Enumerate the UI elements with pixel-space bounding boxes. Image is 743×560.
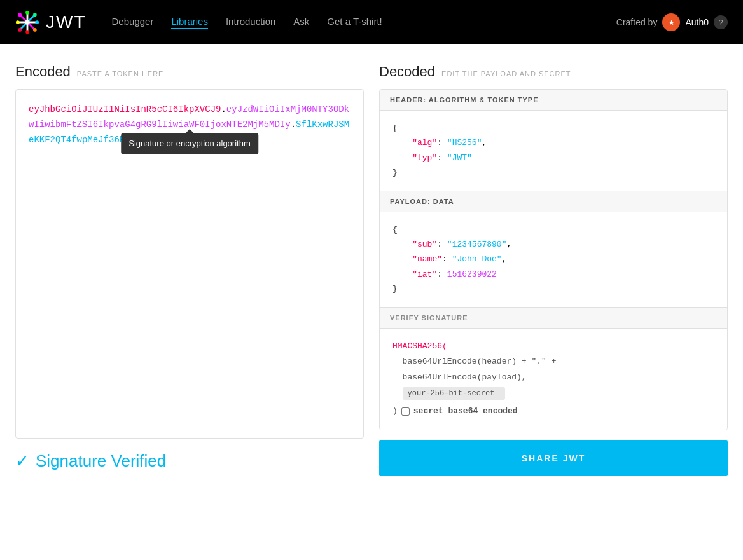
verified-text: Signature Verified [36, 451, 166, 471]
iat-key: "iat" [412, 270, 437, 279]
auth0-label: Auth0 [685, 17, 709, 27]
svg-point-7 [16, 20, 20, 24]
svg-point-5 [25, 11, 29, 15]
encoded-box[interactable]: eyJhbGciOiJIUzI1NiIsInR5cCI6IkpXVCJ9.eyJ… [15, 89, 364, 439]
svg-point-9 [18, 13, 22, 17]
dot1: . [221, 104, 226, 114]
name-val: "John Doe" [452, 254, 502, 264]
auth0-badge: ★ [662, 13, 680, 31]
verify-line3: base64UrlEncode(payload), [403, 372, 527, 382]
encoded-header: Encoded PASTE A TOKEN HERE [15, 64, 364, 80]
decoded-box: HEADER: ALGORITHM & TOKEN TYPE { "alg": … [379, 89, 728, 430]
svg-point-10 [33, 28, 37, 32]
decoded-panel: Decoded EDIT THE PAYLOAD AND SECRET HEAD… [379, 64, 728, 476]
iat-val: 1516239022 [447, 270, 497, 279]
base64-checkbox-row: ) secret base64 encoded [392, 404, 714, 420]
nav-libraries[interactable]: Libraries [171, 16, 208, 29]
svg-point-11 [33, 13, 37, 17]
typ-key: "typ" [412, 153, 437, 163]
token-part1: eyJhbGciOiJIUzI1NiIsInR5cCI6IkpXVCJ9 [29, 104, 221, 114]
share-button-row: SHARE JWT [379, 440, 728, 476]
secret-input[interactable] [403, 387, 505, 400]
nav-debugger[interactable]: Debugger [112, 16, 154, 29]
header-section-label: HEADER: ALGORITHM & TOKEN TYPE [380, 90, 727, 111]
close-paren: ) [392, 404, 398, 420]
verified-check-icon: ✓ [15, 451, 29, 471]
navbar: JWT Debugger Libraries Introduction Ask … [0, 0, 743, 44]
verify-section-body: HMACSHA256( base64UrlEncode(header) + ".… [380, 329, 727, 430]
share-jwt-button[interactable]: SHARE JWT [379, 440, 728, 476]
decoded-subtitle: EDIT THE PAYLOAD AND SECRET [441, 70, 571, 78]
dot2: . [291, 120, 296, 130]
payload-section-label: PAYLOAD: DATA [380, 191, 727, 212]
main-content: Encoded PASTE A TOKEN HERE eyJhbGciOiJIU… [0, 44, 743, 495]
alg-val: "HS256" [447, 138, 482, 147]
logo: JWT [15, 10, 87, 34]
svg-point-13 [25, 20, 30, 25]
sub-val: "1234567890" [447, 240, 507, 249]
payload-section-body[interactable]: { "sub": "1234567890", "name": "John Doe… [380, 212, 727, 308]
svg-point-8 [35, 20, 39, 24]
crafted-by-label: Crafted by [616, 17, 658, 27]
base64-checkbox[interactable] [401, 407, 410, 416]
help-icon[interactable]: ? [714, 15, 728, 29]
sub-key: "sub" [412, 240, 437, 249]
logo-text: JWT [46, 12, 87, 32]
base64-label: secret base64 encoded [413, 404, 518, 420]
nav-introduction[interactable]: Introduction [226, 16, 275, 29]
svg-point-6 [25, 30, 29, 34]
header-section-body[interactable]: { "alg": "HS256", "typ": "JWT" } [380, 111, 727, 191]
nav-links: Debugger Libraries Introduction Ask Get … [112, 16, 616, 29]
signature-verified: ✓ Signature Verified [15, 451, 364, 471]
nav-ask[interactable]: Ask [293, 16, 309, 29]
encoded-panel: Encoded PASTE A TOKEN HERE eyJhbGciOiJIU… [15, 64, 364, 476]
name-key: "name" [412, 254, 442, 264]
alg-key: "alg" [412, 138, 437, 147]
encoded-title: Encoded [15, 64, 71, 80]
verify-section-label: VERIFY SIGNATURE [380, 308, 727, 329]
algorithm-tooltip: Signature or encryption algorithm [121, 133, 258, 154]
svg-point-12 [18, 28, 22, 32]
verify-line2: base64UrlEncode(header) + "." + [403, 357, 557, 366]
logo-icon [15, 10, 39, 34]
nav-tshirt[interactable]: Get a T-shirt! [327, 16, 382, 29]
typ-val: "JWT" [447, 153, 472, 163]
hmac-fn: HMACSHA256( [392, 341, 447, 351]
encoded-subtitle: PASTE A TOKEN HERE [77, 70, 164, 78]
decoded-header: Decoded EDIT THE PAYLOAD AND SECRET [379, 64, 728, 80]
decoded-title: Decoded [379, 64, 435, 80]
nav-right: Crafted by ★ Auth0 ? [616, 13, 728, 31]
